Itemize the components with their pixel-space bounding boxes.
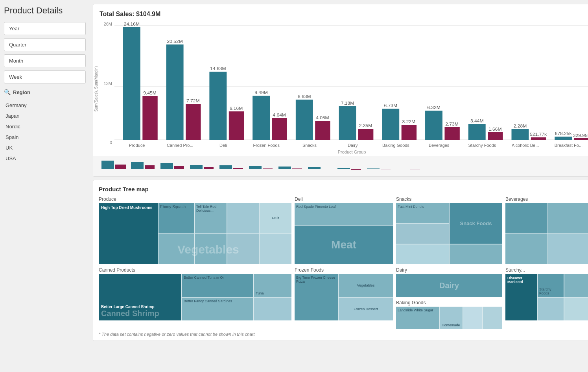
baking-box[interactable]: Landslide White Sugar Homemade [396,307,502,329]
dairy-box[interactable]: Dairy [396,274,502,297]
starchy-section: Starchy... Discover Manicotti Starchy Fo… [505,267,588,320]
starchy-cell1[interactable] [564,274,588,297]
dairy-inner-label: Dairy [439,281,459,290]
svg-text:329.95k: 329.95k [573,133,588,137]
svg-text:521.77k: 521.77k [530,132,547,136]
treemap-col3: Snacks Fast Mini Donuts Snack Foods Dair… [396,196,502,329]
produce-cell4[interactable] [227,234,259,265]
svg-text:4.64M: 4.64M [273,113,286,117]
svg-rect-65 [204,167,214,169]
snacks-cell2[interactable] [396,244,449,264]
svg-rect-75 [351,169,361,170]
svg-text:9.49M: 9.49M [254,90,268,94]
filter-month[interactable]: Month [4,54,86,67]
starchy-box[interactable]: Discover Manicotti Starchy Foods [505,274,588,320]
svg-rect-9 [186,104,201,140]
produce-ebony-squash[interactable]: Ebony Squash [159,203,194,233]
baking-cell2[interactable] [483,307,502,329]
canned-shrimp-box[interactable]: Better Large Canned Shrimp Canned Shrimp [99,274,181,320]
svg-rect-70 [278,167,291,169]
starchy-label: Starchy... [505,267,588,273]
baking-sugar[interactable]: Landslide White Sugar [396,307,439,329]
produce-box[interactable]: High Top Dried Mushrooms Ebony Squash Te… [99,203,291,264]
svg-rect-76 [367,168,380,169]
starchy-cell3[interactable] [564,298,588,320]
x-axis-label: Product Group [114,150,588,154]
produce-cell2[interactable] [227,203,259,233]
produce-tell-tale[interactable]: Tell Tale Red Delicious... [195,203,227,233]
treemap-title: Product Tree map [99,186,588,192]
canned-box[interactable]: Better Large Canned Shrimp Canned Shrimp… [99,274,291,320]
starchy-cell2[interactable] [538,298,564,320]
canned-tuna-label[interactable]: Tuna [254,274,291,297]
dairy-section: Dairy Dairy [396,267,502,297]
main-content: Total Sales: $104.9M 26M 13M 0 Sum(Sales… [90,0,588,372]
starchy-foods-cell[interactable]: Starchy Foods [538,274,564,297]
bev-cell4[interactable] [548,234,588,265]
bev-cell3[interactable] [505,234,547,265]
canned-tuna[interactable]: Better Canned Tuna in Oil [182,274,253,297]
snacks-donuts[interactable]: Fast Mini Donuts [396,203,449,223]
frozen-box[interactable]: Big Time Frozen Cheese Pizza Vegetables … [295,274,393,320]
svg-rect-11 [209,72,227,140]
snacks-cell1[interactable] [396,224,449,243]
baking-section: Baking Goods Landslide White Sugar Homem… [396,300,502,329]
svg-rect-21 [315,121,330,140]
svg-rect-45 [574,138,588,140]
frozen-veg[interactable]: Vegetables [339,274,393,297]
deli-box[interactable]: Red Spade Pimento Loaf Meat [295,203,393,264]
svg-rect-74 [337,168,350,169]
produce-cell3[interactable] [195,234,227,265]
svg-rect-71 [292,168,302,169]
svg-text:Dairy: Dairy [348,143,358,147]
produce-grid: Tell Tale Red Delicious... Fruit [195,203,291,264]
baking-homemade[interactable]: Homemade [440,307,463,329]
region-item-germany[interactable]: Germany [4,100,86,111]
snacks-foods[interactable]: Snack Foods [450,203,502,244]
region-item-spain[interactable]: Spain [4,132,86,143]
frozen-pizza[interactable]: Big Time Frozen Cheese Pizza [295,274,338,320]
filter-week[interactable]: Week [4,70,86,83]
filter-year[interactable]: Year [4,22,86,35]
treemap-col2: Deli Red Spade Pimento Loaf Meat Frozen … [295,196,393,329]
frozen-dessert[interactable]: Frozen Dessert [339,298,393,320]
deli-meat[interactable]: Meat [295,226,393,264]
produce-squash-area: Ebony Squash [159,203,194,264]
svg-text:Baking Goods: Baking Goods [382,143,409,147]
chart-scroll[interactable] [93,156,588,176]
produce-fruit[interactable]: Fruit [260,203,291,233]
bev-cell2[interactable] [548,203,588,233]
bev-cell1[interactable] [505,203,547,233]
region-list: Germany Japan Nordic Spain UK USA [4,100,86,164]
svg-text:Alcoholic Be...: Alcoholic Be... [512,143,539,147]
deli-pimento[interactable]: Red Spade Pimento Loaf [295,203,393,225]
canned-sardines[interactable]: Better Fancy Canned Sardines [182,298,253,320]
svg-rect-19 [296,100,313,140]
region-section: 🔍 Region Germany Japan Nordic Spain UK U… [4,87,86,164]
chart-title: Total Sales: $104.9M [100,11,588,18]
beverages-box[interactable] [505,203,588,264]
deli-label: Deli [295,196,393,202]
region-item-japan[interactable]: Japan [4,111,86,121]
snacks-box[interactable]: Fast Mini Donuts Snack Foods [396,203,502,264]
produce-cell1[interactable] [159,234,194,265]
produce-cell5[interactable] [260,234,291,265]
starchy-manicotti[interactable]: Discover Manicotti [505,274,537,320]
baking-cell1[interactable] [463,307,483,329]
region-item-uk[interactable]: UK [4,143,86,153]
svg-rect-58 [101,161,114,169]
svg-rect-31 [425,111,442,140]
svg-rect-29 [402,125,417,140]
produce-mushrooms[interactable]: High Top Dried Mushrooms [99,203,158,264]
snacks-cell3[interactable] [450,244,502,264]
region-item-nordic[interactable]: Nordic [4,121,86,132]
filter-quarter[interactable]: Quarter [4,38,86,51]
svg-rect-61 [145,165,155,169]
canned-cell[interactable] [254,298,291,320]
y-tick-13m: 13M [104,81,112,86]
region-item-usa[interactable]: USA [4,153,86,164]
page-title: Product Details [4,4,86,17]
canned-shrimp-title: Better Large Canned Shrimp [101,305,179,309]
svg-text:678.25k: 678.25k [555,131,572,135]
svg-text:20.52M: 20.52M [167,39,183,43]
